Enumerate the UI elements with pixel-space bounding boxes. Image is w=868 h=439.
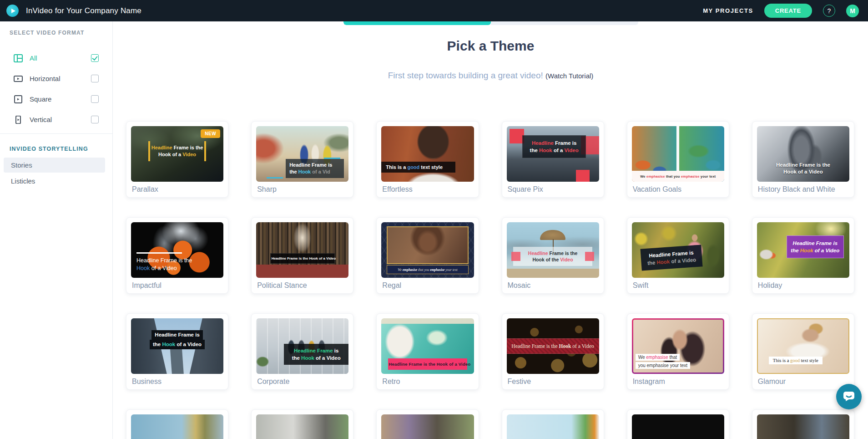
theme-card-effortless[interactable]: This is a good text style Effortless <box>376 121 479 198</box>
theme-card-partial[interactable] <box>752 409 854 439</box>
format-option-horizontal[interactable]: Horizontal <box>0 68 112 89</box>
thumbnail-caption: Headline Frame is the Hook of a Video <box>522 135 586 158</box>
caption-seg: of a Video <box>813 248 840 253</box>
create-button[interactable]: CREATE <box>764 4 812 18</box>
caption-seg: Headline <box>532 140 554 146</box>
theme-name: Corporate <box>256 374 348 389</box>
caption-seg: Headline Frame is the Hook of a Video <box>389 362 471 367</box>
theme-thumbnail <box>131 414 223 439</box>
help-icon[interactable]: ? <box>823 5 835 17</box>
caption-seg: Hook <box>301 355 314 361</box>
theme-thumbnail: Headline Frame is the Hook of a Video <box>507 126 599 182</box>
thumbnail-caption: This is a good text style <box>381 162 455 173</box>
caption-seg: the <box>153 342 162 347</box>
my-projects-link[interactable]: MY PROJECTS <box>703 7 753 14</box>
theme-card-parallax[interactable]: NEW Headline Frame is the Hook of a Vide… <box>126 121 228 198</box>
theme-card-holiday[interactable]: Headline Frame is the Hook of a Video Ho… <box>752 217 854 294</box>
theme-card-mosaic[interactable]: Headline Frame is the Hook of the Video … <box>502 217 604 294</box>
thumbnail-caption: We emphasise that you emphasise your tex… <box>387 265 468 274</box>
format-option-vertical[interactable]: Vertical <box>0 109 112 130</box>
all-formats-icon <box>14 54 23 62</box>
caption-seg: of a Video <box>670 257 696 265</box>
theme-card-partial[interactable] <box>502 409 604 439</box>
thumbnail-caption: Headline Frame is the Hook of a Video <box>136 252 192 272</box>
sidebar-item-listicles[interactable]: Listicles <box>4 174 105 189</box>
theme-card-impactful[interactable]: Headline Frame is the Hook of a Video Im… <box>126 217 228 294</box>
caption-seg: Hook <box>559 343 571 349</box>
caption-seg: of a Video <box>314 355 341 361</box>
theme-name: Vacation Goals <box>632 182 724 197</box>
theme-thumbnail: Headline Frame is the Hook of a Video <box>757 222 849 278</box>
theme-thumbnail <box>757 414 849 439</box>
umbrella-shape <box>540 230 565 240</box>
theme-card-regal[interactable]: We emphasise that you emphasise your tex… <box>376 217 479 294</box>
caption-seg: Hook <box>539 148 552 153</box>
thumbnail-caption: Headline Frame is the Hook of the Video <box>513 247 593 266</box>
caption-seg: We <box>398 268 403 272</box>
avatar[interactable]: M <box>846 5 859 17</box>
theme-card-partial[interactable] <box>376 409 479 439</box>
caption-seg: of a Video <box>150 265 177 271</box>
decor-square-right <box>585 252 594 261</box>
theme-thumbnail: Headline Frame is the Hook of a Video <box>381 318 474 374</box>
format-option-square[interactable]: Square <box>0 89 112 109</box>
checkbox-horizontal[interactable] <box>91 75 99 82</box>
caption-seg: Frame is <box>554 140 577 146</box>
watch-tutorial-link[interactable]: (Watch Tutorial) <box>545 72 593 80</box>
theme-name: Sharp <box>256 182 348 197</box>
caption-seg: Hook of a Video <box>783 169 823 174</box>
caption-seg: Video <box>560 257 573 262</box>
page-subtitle: First step towards building a great vide… <box>113 71 868 81</box>
caption-seg: Hook of a <box>158 152 182 157</box>
checkbox-all[interactable] <box>91 54 99 62</box>
theme-name: Impactful <box>131 278 223 293</box>
caption-seg: Headline Frame is the Hook of a Video <box>272 256 336 260</box>
theme-card-corporate[interactable]: Headline Frame is the Hook of a Video Co… <box>251 313 353 390</box>
caption-seg: of a Video <box>175 342 202 347</box>
sidebar-item-stories[interactable]: Stories <box>4 158 105 173</box>
theme-card-festive[interactable]: Headline Frame is the Hook of a Video Fe… <box>502 313 604 390</box>
caption-seg: the <box>647 260 657 266</box>
theme-card-vacation-goals[interactable]: We emphasise that you emphasise your tex… <box>627 121 729 198</box>
theme-card-swift[interactable]: Headline Frame is the Hook of a Video Sw… <box>627 217 729 294</box>
theme-name: Glamour <box>757 374 849 389</box>
format-label: Square <box>30 95 51 103</box>
theme-card-partial[interactable] <box>627 409 729 439</box>
theme-card-retro[interactable]: Headline Frame is the Hook of a Video Re… <box>376 313 479 390</box>
caption-seg: your text <box>700 174 716 179</box>
decor-square-left <box>511 252 520 261</box>
format-label: Horizontal <box>30 75 61 82</box>
theme-card-glamour[interactable]: This is a good text style Glamour <box>752 313 854 390</box>
theme-thumbnail: Headline Frame is the Hook of a Video <box>256 318 348 374</box>
caption-seg: This is a <box>386 164 407 170</box>
theme-card-partial[interactable] <box>251 409 353 439</box>
caption-seg: of a <box>552 148 565 153</box>
theme-card-instagram[interactable]: We emphasise that you emphasise your tex… <box>627 313 729 390</box>
top-navbar: InVideo for Your Company Name MY PROJECT… <box>0 0 868 21</box>
new-badge: NEW <box>201 129 220 138</box>
theme-card-business[interactable]: Headline Frame is the Hook of a Video Bu… <box>126 313 228 390</box>
format-option-all[interactable]: All <box>0 48 112 68</box>
theme-card-partial[interactable] <box>126 409 228 439</box>
thumbnail-caption: Headline Frame is the Hook of a Video <box>131 144 223 158</box>
page-title: Pick a Theme <box>113 36 868 56</box>
caption-seg: the <box>292 355 301 361</box>
theme-card-history-black-and-white[interactable]: Headline Frame is the Hook of a Video Hi… <box>752 121 854 198</box>
theme-card-sharp[interactable]: Headline Frame is the Hook of a Vid Shar… <box>251 121 353 198</box>
theme-thumbnail: Headline Frame is the Hook of a Video <box>757 126 849 182</box>
caption-seg: Video <box>565 148 579 153</box>
theme-thumbnail: This is a good text style <box>757 318 849 374</box>
caption-seg: Hook of the <box>533 257 560 262</box>
caption-seg: Headline Frame is the <box>511 343 559 349</box>
play-icon <box>11 9 15 13</box>
checkbox-vertical[interactable] <box>91 116 99 123</box>
checkbox-square[interactable] <box>91 95 99 103</box>
invideo-logo-icon[interactable] <box>6 5 19 17</box>
theme-card-square-pix[interactable]: Headline Frame is the Hook of a Video Sq… <box>502 121 604 198</box>
caption-seg: the <box>289 169 298 174</box>
chat-launcher[interactable] <box>836 384 862 409</box>
caption-seg: Hook <box>800 248 813 253</box>
theme-thumbnail: Headline Frame is the Hook of a Video <box>507 318 599 374</box>
theme-card-political-stance[interactable]: Headline Frame is the Hook of a Video Po… <box>251 217 353 294</box>
navbar-actions: MY PROJECTS CREATE ? M <box>703 4 859 18</box>
